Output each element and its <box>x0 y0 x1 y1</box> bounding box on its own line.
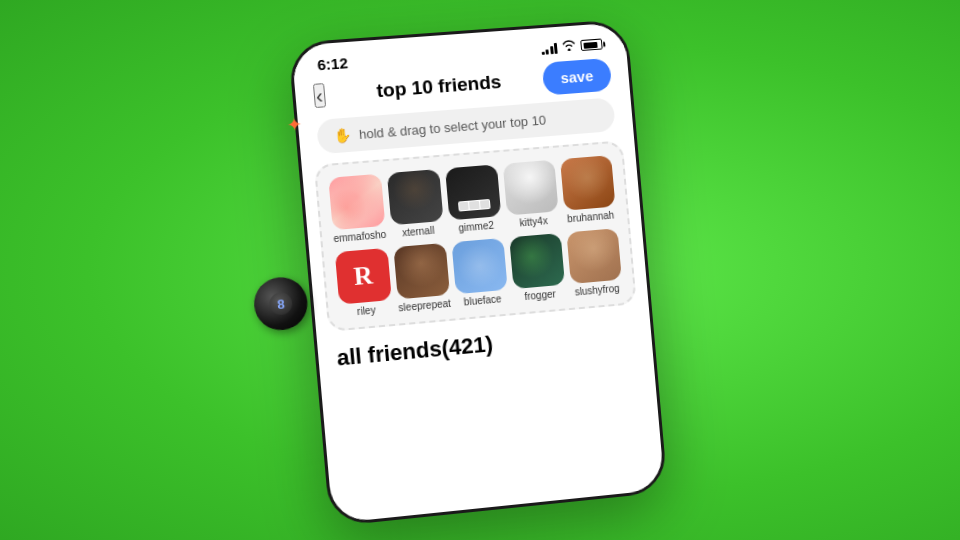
list-item[interactable]: R riley <box>334 248 394 319</box>
list-item[interactable]: emmafosho <box>327 174 387 245</box>
signal-icon <box>540 41 557 54</box>
list-item[interactable]: kitty4x <box>502 160 561 230</box>
wifi-icon <box>561 39 576 54</box>
friend-name: gimme2 <box>458 220 494 234</box>
list-item[interactable]: slushyfrog <box>565 228 624 298</box>
avatar <box>503 160 559 216</box>
avatar <box>393 243 450 300</box>
top10-section: emmafosho xternall <box>314 140 637 332</box>
list-item[interactable]: blueface <box>450 238 509 308</box>
avatar <box>451 238 507 294</box>
avatar: R <box>335 248 392 305</box>
avatar <box>387 169 444 225</box>
avatar <box>566 228 621 284</box>
all-friends-title: all friends(421) <box>336 331 494 370</box>
riley-r-letter: R <box>353 260 375 292</box>
hand-icon: ✋ <box>333 127 352 144</box>
friend-name: riley <box>357 304 376 317</box>
avatar <box>560 155 615 211</box>
list-item[interactable]: gimme2 <box>444 164 503 234</box>
phone-frame: 6:12 <box>288 19 668 527</box>
status-icons <box>540 37 603 55</box>
magic-ball-inner: 8 <box>269 292 293 316</box>
friend-name: blueface <box>463 293 502 307</box>
magic-ball-number: 8 <box>276 296 285 312</box>
phone-wrapper: 8 ✦ 6:12 <box>288 19 668 527</box>
avatar <box>445 164 501 220</box>
friend-name: sleeprepeat <box>398 298 451 314</box>
list-item[interactable]: bruhannah <box>559 155 618 225</box>
notification-star: ✦ <box>286 113 303 136</box>
friend-name: emmafosho <box>333 229 387 245</box>
save-button[interactable]: save <box>541 57 612 95</box>
instruction-text: hold & drag to select your top 10 <box>358 112 546 142</box>
friend-name: bruhannah <box>567 210 615 225</box>
friends-grid: emmafosho xternall <box>327 155 624 319</box>
friend-name: xternall <box>402 225 435 239</box>
list-item[interactable]: frogger <box>508 233 567 303</box>
list-item[interactable]: xternall <box>386 169 446 239</box>
list-item[interactable]: sleeprepeat <box>392 243 452 314</box>
battery-icon <box>580 39 602 51</box>
friend-name: kitty4x <box>519 215 548 228</box>
friend-name: frogger <box>524 288 556 302</box>
avatar <box>328 174 385 231</box>
friend-name: slushyfrog <box>574 283 620 298</box>
avatar <box>509 233 565 289</box>
status-time: 6:12 <box>317 54 349 73</box>
